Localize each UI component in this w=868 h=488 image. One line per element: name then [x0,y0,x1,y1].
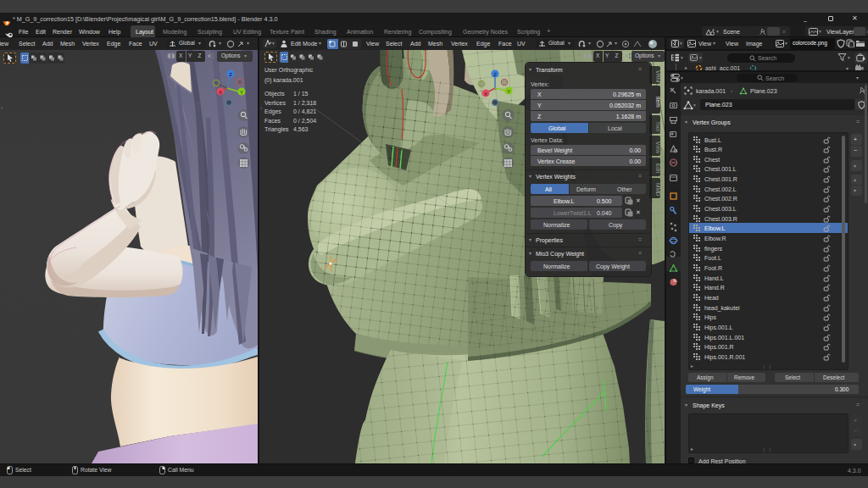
svg-text:Y: Y [240,90,243,95]
svg-text:Z: Z [493,72,497,77]
svg-text:Y: Y [507,89,510,94]
svg-text:Z: Z [229,72,232,77]
svg-text:X: X [219,90,222,95]
svg-text:X: X [484,92,487,97]
